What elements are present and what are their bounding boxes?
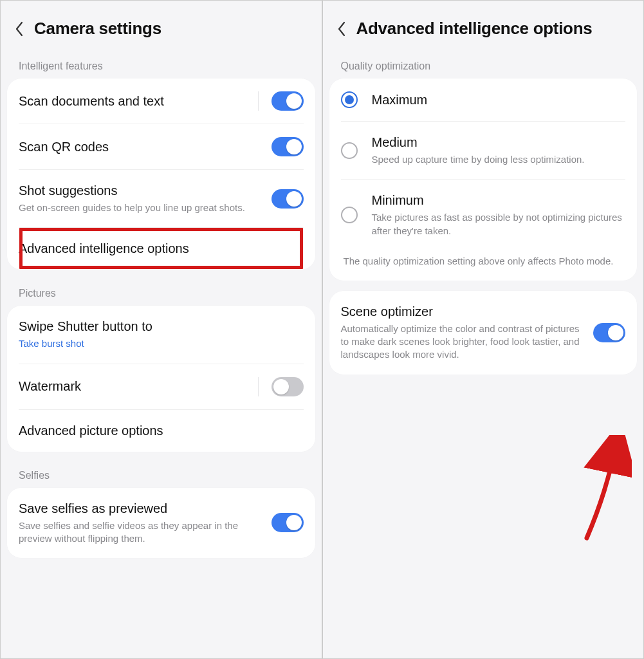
page-title: Camera settings <box>34 19 161 39</box>
row-title: Advanced intelligence options <box>19 241 304 257</box>
row-title: Scan QR codes <box>19 139 262 155</box>
row-subtitle: Automatically optimize the color and con… <box>341 322 585 362</box>
row-title: Medium <box>372 135 626 151</box>
row-scan-documents[interactable]: Scan documents and text <box>19 79 304 124</box>
divider <box>258 91 259 111</box>
toggle-scan-qr[interactable] <box>271 137 304 156</box>
page-title: Advanced intelligence options <box>356 19 593 39</box>
radio-row-minimum[interactable]: Minimum Take pictures as fast as possibl… <box>341 179 626 250</box>
row-swipe-shutter[interactable]: Swipe Shutter button to Take burst shot <box>19 306 304 363</box>
row-title: Swipe Shutter button to <box>19 319 304 335</box>
advanced-intelligence-screen: Advanced intelligence options Quality op… <box>322 1 644 658</box>
radio-medium[interactable] <box>341 142 358 159</box>
row-title: Scan documents and text <box>19 93 249 109</box>
radio-row-medium[interactable]: Medium Speed up capture time by doing le… <box>341 121 626 179</box>
radio-maximum[interactable] <box>341 91 358 108</box>
row-scan-qr[interactable]: Scan QR codes <box>19 124 304 169</box>
pictures-card: Swipe Shutter button to Take burst shot … <box>7 306 315 451</box>
row-save-selfies-previewed[interactable]: Save selfies as previewed Save selfies a… <box>19 488 304 559</box>
quality-note: The quality optimization setting above o… <box>341 250 626 281</box>
back-icon[interactable] <box>337 21 346 37</box>
selfies-card: Save selfies as previewed Save selfies a… <box>7 488 315 559</box>
toggle-scene-optimizer[interactable] <box>593 323 625 342</box>
section-label-intelligent: Intelligent features <box>1 53 322 79</box>
toggle-scan-documents[interactable] <box>271 91 304 111</box>
toggle-shot-suggestions[interactable] <box>271 189 304 209</box>
row-shot-suggestions[interactable]: Shot suggestions Get on-screen guides to… <box>19 169 304 227</box>
section-label-pictures: Pictures <box>1 280 322 306</box>
header: Camera settings <box>1 1 322 53</box>
row-scene-optimizer[interactable]: Scene optimizer Automatically optimize t… <box>341 291 626 375</box>
section-label-selfies: Selfies <box>1 462 322 488</box>
camera-settings-screen: Camera settings Intelligent features Sca… <box>1 1 322 658</box>
row-title: Watermark <box>19 378 249 394</box>
radio-row-maximum[interactable]: Maximum <box>341 79 626 121</box>
row-title: Minimum <box>372 192 626 209</box>
divider <box>258 377 259 396</box>
intelligent-features-card: Scan documents and text Scan QR codes Sh… <box>7 79 315 270</box>
row-subtitle: Take burst shot <box>19 337 304 350</box>
row-title: Scene optimizer <box>341 304 585 320</box>
row-advanced-intelligence-options[interactable]: Advanced intelligence options <box>19 227 304 270</box>
row-subtitle: Save selfies and selfie videos as they a… <box>19 519 262 546</box>
annotation-arrow-icon <box>561 435 632 547</box>
quality-card: Maximum Medium Speed up capture time by … <box>329 79 638 281</box>
toggle-watermark[interactable] <box>271 377 304 396</box>
row-title: Shot suggestions <box>19 183 262 199</box>
row-watermark[interactable]: Watermark <box>19 364 304 409</box>
section-label-quality: Quality optimization <box>323 53 644 79</box>
radio-minimum[interactable] <box>341 207 358 223</box>
row-advanced-picture-options[interactable]: Advanced picture options <box>19 409 304 452</box>
back-icon[interactable] <box>15 21 24 37</box>
row-title: Advanced picture options <box>19 423 304 439</box>
row-subtitle: Take pictures as fast as possible by not… <box>372 211 626 237</box>
header: Advanced intelligence options <box>323 1 644 53</box>
row-subtitle: Get on-screen guides to help you line up… <box>19 201 262 214</box>
row-title: Maximum <box>372 92 626 108</box>
row-title: Save selfies as previewed <box>19 501 262 517</box>
scene-card: Scene optimizer Automatically optimize t… <box>329 291 638 375</box>
row-subtitle: Speed up capture time by doing less opti… <box>372 153 626 166</box>
toggle-save-selfies-previewed[interactable] <box>271 513 304 532</box>
